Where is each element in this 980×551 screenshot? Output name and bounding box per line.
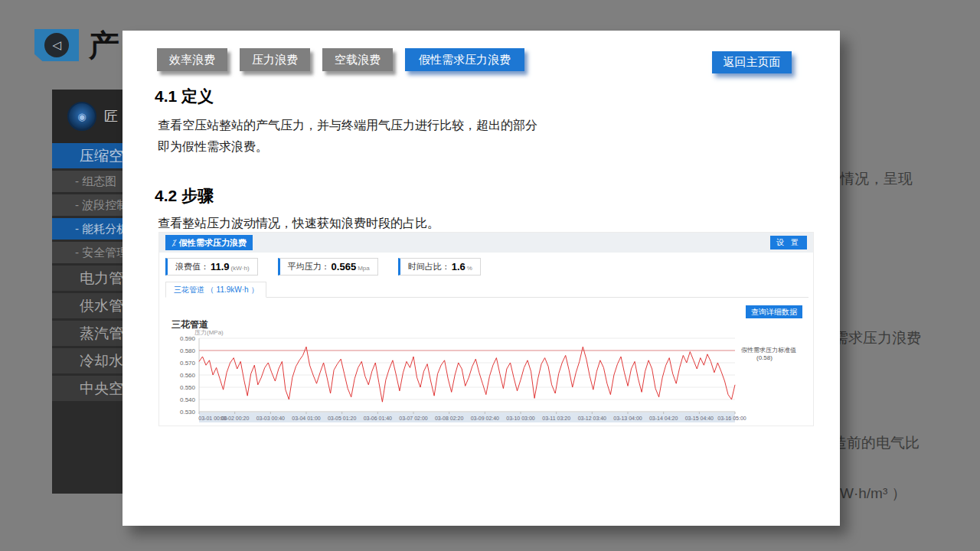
svg-text:03-16 05:00: 03-16 05:00 bbox=[717, 416, 746, 421]
query-details-button[interactable]: 查询详细数据 bbox=[746, 305, 802, 318]
svg-text:03-13 04:00: 03-13 04:00 bbox=[613, 416, 642, 421]
waste-tab-3[interactable]: 假性需求压力浪费 bbox=[405, 48, 524, 71]
svg-text:0.540: 0.540 bbox=[180, 396, 196, 403]
embedded-screenshot-panel: ⁒ 假性需求压力浪费 设 置 浪费值：11.9(kW·h)平均压力：0.565M… bbox=[158, 232, 814, 426]
stat-box-2: 时间占比：1.6% bbox=[398, 258, 481, 276]
sidebar-item-3[interactable]: - 能耗分析 bbox=[52, 218, 122, 242]
stat-unit: Mpa bbox=[358, 265, 370, 272]
svg-text:03-02 00:20: 03-02 00:20 bbox=[220, 416, 249, 421]
sidebar-logo-icon: ◉ bbox=[67, 102, 96, 131]
svg-text:0.560: 0.560 bbox=[180, 372, 196, 379]
svg-text:03-15 04:40: 03-15 04:40 bbox=[685, 416, 714, 421]
svg-text:0.550: 0.550 bbox=[180, 384, 196, 391]
stat-label: 平均压力： bbox=[288, 261, 330, 272]
svg-text:(0.58): (0.58) bbox=[756, 354, 773, 361]
sidebar-item-1[interactable]: - 组态图 bbox=[52, 171, 122, 194]
sidebar-item-2[interactable]: - 波段控制 bbox=[52, 194, 122, 218]
body-line: 查看整站压力波动情况，快速获知浪费时段的占比。 bbox=[158, 213, 439, 234]
svg-text:03-07 02:00: 03-07 02:00 bbox=[399, 416, 427, 421]
section-heading-definition: 4.1 定义 bbox=[155, 86, 214, 107]
stat-value: 1.6 bbox=[452, 261, 466, 272]
svg-text:03-09 02:40: 03-09 02:40 bbox=[471, 416, 499, 421]
overlay-modal: 效率浪费压力浪费空载浪费假性需求压力浪费 返回主页面 4.1 定义 查看空压站整… bbox=[122, 31, 840, 526]
stats-row: 浪费值：11.9(kW·h)平均压力：0.565Mpa时间占比：1.6% bbox=[165, 258, 481, 276]
tab-pipe-sanhua[interactable]: 三花管道 （ 11.9kW·h ） bbox=[165, 282, 266, 298]
section-heading-steps: 4.2 步骤 bbox=[155, 185, 214, 207]
stat-value: 0.565 bbox=[332, 261, 357, 272]
svg-text:0.530: 0.530 bbox=[180, 409, 196, 416]
background-text-fragment: W·h/m³ ） bbox=[840, 484, 906, 504]
stat-unit: (kW·h) bbox=[231, 265, 250, 272]
stat-label: 浪费值： bbox=[175, 261, 209, 272]
waste-tab-1[interactable]: 压力浪费 bbox=[240, 48, 310, 71]
svg-text:03-08 02:20: 03-08 02:20 bbox=[435, 416, 463, 421]
section-body-steps: 查看整站压力波动情况，快速获知浪费时段的占比。 bbox=[158, 213, 439, 234]
svg-text:03-06 01:40: 03-06 01:40 bbox=[364, 416, 392, 421]
svg-text:03-03 00:40: 03-03 00:40 bbox=[256, 416, 285, 421]
svg-text:03-11 03:20: 03-11 03:20 bbox=[542, 416, 570, 421]
sidebar-item-5[interactable]: 电力管理 bbox=[52, 266, 122, 293]
pipe-tabs: 三花管道 （ 11.9kW·h ） bbox=[165, 282, 808, 298]
percent-icon: ⁒ bbox=[172, 238, 175, 248]
svg-text:03-12 03:40: 03-12 03:40 bbox=[578, 416, 606, 421]
section-body-definition: 查看空压站整站的产气压力，并与终端用气压力进行比较，超出的部分 即为假性需求浪费… bbox=[158, 115, 537, 158]
background-text-fragment: 情况，呈现 bbox=[840, 169, 913, 189]
svg-text:03-04 01:00: 03-04 01:00 bbox=[292, 416, 320, 421]
waste-tab-0[interactable]: 效率浪费 bbox=[157, 48, 227, 71]
sidebar: ◉ 匠 压缩空气- 组态图- 波段控制- 能耗分析- 安全管理电力管理供水管理蒸… bbox=[52, 90, 122, 494]
sidebar-item-9[interactable]: 中央空调管理 bbox=[52, 376, 122, 403]
svg-text:0.580: 0.580 bbox=[180, 347, 196, 354]
stat-unit: % bbox=[467, 265, 472, 272]
screenshot-header: ⁒ 假性需求压力浪费 设 置 bbox=[159, 233, 813, 253]
sidebar-header: ◉ 匠 bbox=[52, 90, 122, 143]
svg-text:0.590: 0.590 bbox=[180, 335, 196, 342]
app-logo[interactable]: ◁ bbox=[34, 29, 79, 61]
svg-text:03-14 04:20: 03-14 04:20 bbox=[649, 416, 678, 421]
sidebar-item-0[interactable]: 压缩空气 bbox=[52, 143, 122, 171]
stat-box-0: 浪费值：11.9(kW·h) bbox=[165, 258, 258, 276]
svg-text:03-05 01:20: 03-05 01:20 bbox=[328, 416, 356, 421]
waste-tabs: 效率浪费压力浪费空载浪费假性需求压力浪费 bbox=[157, 48, 524, 71]
waste-tab-2[interactable]: 空载浪费 bbox=[322, 48, 393, 71]
svg-text:压力(MPa): 压力(MPa) bbox=[194, 329, 224, 336]
stat-value: 11.9 bbox=[211, 261, 230, 272]
back-arrow-icon: ◁ bbox=[44, 33, 69, 57]
sidebar-item-8[interactable]: 冷却水管理 bbox=[52, 348, 122, 376]
sidebar-item-6[interactable]: 供水管理 bbox=[52, 293, 122, 321]
body-line: 即为假性需求浪费。 bbox=[158, 136, 537, 158]
svg-text:0.570: 0.570 bbox=[180, 360, 196, 367]
sidebar-item-7[interactable]: 蒸汽管理 bbox=[52, 321, 122, 348]
svg-text:03-10 03:00: 03-10 03:00 bbox=[506, 416, 534, 421]
settings-button[interactable]: 设 置 bbox=[770, 236, 807, 249]
background-text-fragment: 需求压力浪费 bbox=[834, 328, 921, 348]
svg-text:假性需求压力标准值: 假性需求压力标准值 bbox=[741, 347, 796, 354]
back-to-main-button[interactable]: 返回主页面 bbox=[712, 51, 792, 73]
pressure-line-chart[interactable]: 压力(MPa)0.5900.5800.5700.5600.5500.5400.5… bbox=[165, 328, 808, 425]
stat-box-1: 平均压力：0.565Mpa bbox=[278, 258, 378, 276]
screenshot-title-badge: ⁒ 假性需求压力浪费 bbox=[165, 235, 253, 250]
sidebar-brand: 匠 bbox=[104, 107, 118, 126]
sidebar-item-4[interactable]: - 安全管理 bbox=[52, 242, 122, 266]
background-text-fragment: 造前的电气比 bbox=[832, 433, 920, 453]
screenshot-title: 假性需求压力浪费 bbox=[179, 237, 247, 249]
stat-label: 时间占比： bbox=[408, 261, 450, 272]
body-line: 查看空压站整站的产气压力，并与终端用气压力进行比较，超出的部分 bbox=[158, 115, 537, 136]
